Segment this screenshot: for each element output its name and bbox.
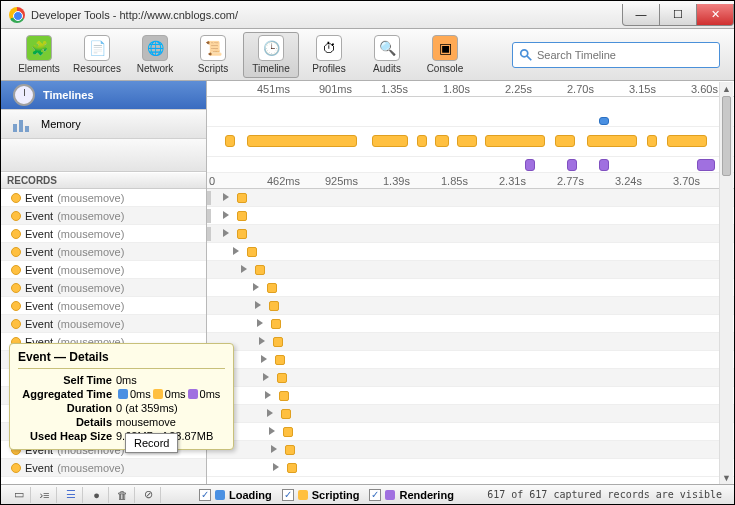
expand-icon[interactable]	[223, 193, 229, 201]
sidebar-item-memory[interactable]: Memory	[1, 110, 206, 139]
expand-icon[interactable]	[267, 409, 273, 417]
record-button[interactable]: ●	[85, 487, 109, 503]
scripting-dot-icon	[11, 229, 21, 239]
waterfall-row[interactable]	[207, 351, 734, 369]
status-bar: ▭ ›≡ ☰ ● 🗑 ⊘ ✓Loading✓Scripting✓Renderin…	[1, 484, 734, 504]
svg-line-1	[527, 55, 531, 59]
status-text: 617 of 617 captured records are visible	[487, 489, 728, 500]
console-toggle[interactable]: ›≡	[33, 487, 57, 503]
event-chip[interactable]	[267, 283, 277, 293]
event-chip[interactable]	[237, 193, 247, 203]
waterfall-row[interactable]	[207, 405, 734, 423]
timeline-sidebar: Timelines Memory	[1, 81, 207, 173]
scripting-dot-icon	[11, 319, 21, 329]
tab-resources[interactable]: 📄Resources	[69, 32, 125, 78]
scripting-dot-icon	[11, 283, 21, 293]
vertical-scrollbar[interactable]: ▲ ▼	[719, 82, 733, 484]
expand-icon[interactable]	[223, 211, 229, 219]
tab-audits[interactable]: 🔍Audits	[359, 32, 415, 78]
event-details-tooltip: Event — Details Self Time0ms Aggregated …	[9, 343, 234, 450]
event-chip[interactable]	[281, 409, 291, 419]
event-chip[interactable]	[287, 463, 297, 473]
overview-pane[interactable]: 451ms901ms1.35s1.80s2.25s2.70s3.15s3.60s	[207, 81, 734, 173]
record-row[interactable]: Event (mousemove)	[1, 225, 206, 243]
expand-icon[interactable]	[273, 463, 279, 471]
waterfall-row[interactable]	[207, 369, 734, 387]
waterfall-row[interactable]	[207, 387, 734, 405]
search-box[interactable]	[512, 42, 720, 68]
scripting-dot-icon	[11, 247, 21, 257]
expand-icon[interactable]	[241, 265, 247, 273]
sidebar-item-label: Timelines	[43, 89, 94, 101]
record-row[interactable]: Event (mousemove)	[1, 243, 206, 261]
close-button[interactable]: ✕	[696, 4, 734, 26]
waterfall-row[interactable]	[207, 243, 734, 261]
record-row[interactable]: Event (mousemove)	[1, 207, 206, 225]
expand-icon[interactable]	[259, 337, 265, 345]
tab-elements[interactable]: 🧩Elements	[11, 32, 67, 78]
event-chip[interactable]	[285, 445, 295, 455]
event-chip[interactable]	[277, 373, 287, 383]
event-chip[interactable]	[279, 391, 289, 401]
scripting-dot-icon	[11, 301, 21, 311]
legend-loading[interactable]: ✓Loading	[199, 489, 272, 501]
expand-icon[interactable]	[271, 445, 277, 453]
tab-profiles[interactable]: ⏱Profiles	[301, 32, 357, 78]
filter-button[interactable]: ⊘	[137, 487, 161, 503]
expand-icon[interactable]	[257, 319, 263, 327]
scripting-dot-icon	[11, 265, 21, 275]
record-row[interactable]: Event (mousemove)	[1, 459, 206, 477]
tab-scripts[interactable]: 📜Scripts	[185, 32, 241, 78]
sidebar-item-label: Memory	[41, 118, 81, 130]
record-row[interactable]: Event (mousemove)	[1, 261, 206, 279]
waterfall-row[interactable]	[207, 297, 734, 315]
event-chip[interactable]	[273, 337, 283, 347]
waterfall-row[interactable]	[207, 423, 734, 441]
tab-console[interactable]: ▣Console	[417, 32, 473, 78]
record-row[interactable]: Event (mousemove)	[1, 315, 206, 333]
expand-icon[interactable]	[223, 229, 229, 237]
tab-network[interactable]: 🌐Network	[127, 32, 183, 78]
records-waterfall[interactable]: 0462ms925ms1.39s1.85s2.31s2.77s3.24s3.70…	[207, 173, 734, 486]
scrollbar-thumb[interactable]	[722, 96, 731, 176]
waterfall-row[interactable]	[207, 441, 734, 459]
expand-icon[interactable]	[269, 427, 275, 435]
event-chip[interactable]	[275, 355, 285, 365]
record-row[interactable]: Event (mousemove)	[1, 297, 206, 315]
dock-button[interactable]: ▭	[7, 487, 31, 503]
search-input[interactable]	[533, 49, 713, 61]
event-chip[interactable]	[237, 211, 247, 221]
expand-icon[interactable]	[233, 247, 239, 255]
legend-scripting[interactable]: ✓Scripting	[282, 489, 360, 501]
clear-button[interactable]: 🗑	[111, 487, 135, 503]
record-row[interactable]: Event (mousemove)	[1, 279, 206, 297]
event-chip[interactable]	[247, 247, 257, 257]
minimize-button[interactable]: —	[622, 4, 660, 26]
waterfall-row[interactable]	[207, 261, 734, 279]
tab-timeline[interactable]: 🕒Timeline	[243, 32, 299, 78]
maximize-button[interactable]: ☐	[659, 4, 697, 26]
waterfall-row[interactable]	[207, 225, 734, 243]
scripting-dot-icon	[11, 211, 21, 221]
event-chip[interactable]	[269, 301, 279, 311]
sidebar-item-timelines[interactable]: Timelines	[1, 81, 206, 110]
chrome-icon	[9, 7, 25, 23]
expand-icon[interactable]	[263, 373, 269, 381]
waterfall-row[interactable]	[207, 189, 734, 207]
event-chip[interactable]	[271, 319, 281, 329]
list-view-button[interactable]: ☰	[59, 487, 83, 503]
event-chip[interactable]	[255, 265, 265, 275]
expand-icon[interactable]	[265, 391, 271, 399]
waterfall-row[interactable]	[207, 207, 734, 225]
expand-icon[interactable]	[255, 301, 261, 309]
expand-icon[interactable]	[253, 283, 259, 291]
waterfall-row[interactable]	[207, 333, 734, 351]
waterfall-row[interactable]	[207, 279, 734, 297]
event-chip[interactable]	[283, 427, 293, 437]
waterfall-row[interactable]	[207, 459, 734, 477]
legend-rendering[interactable]: ✓Rendering	[369, 489, 453, 501]
event-chip[interactable]	[237, 229, 247, 239]
waterfall-row[interactable]	[207, 315, 734, 333]
expand-icon[interactable]	[261, 355, 267, 363]
record-row[interactable]: Event (mousemove)	[1, 189, 206, 207]
